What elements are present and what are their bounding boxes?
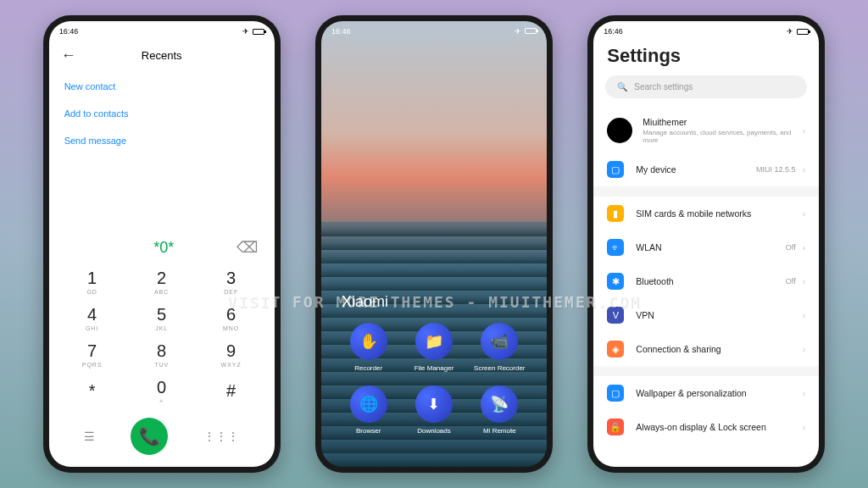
setting-icon: ᯤ <box>607 239 624 256</box>
send-message-link[interactable]: Send message <box>64 127 259 154</box>
settings-more: ▢Wallpaper & personalization›🔒Always-on … <box>593 376 819 444</box>
section-gap <box>593 366 819 376</box>
phone-settings: 16:46 ✈ Settings 🔍 Search settings Miuit… <box>587 15 825 473</box>
key-8[interactable]: 8TUV <box>127 336 197 373</box>
device-version: MIUI 12.5.5 <box>756 165 796 174</box>
status-icons: ✈ <box>515 27 537 36</box>
back-icon[interactable]: ← <box>61 47 76 64</box>
chevron-right-icon: › <box>803 276 806 286</box>
key-1[interactable]: 1GD <box>58 263 127 300</box>
key-9[interactable]: 9WXYZ <box>197 336 266 373</box>
app-icon: 📡 <box>481 385 518 423</box>
setting-label: Bluetooth <box>636 276 785 286</box>
app-icon: 🌐 <box>350 385 387 423</box>
status-bar: 16:46 ✈ <box>593 21 819 38</box>
setting-wallpaper-personalization[interactable]: ▢Wallpaper & personalization› <box>593 376 819 410</box>
setting-icon: 🔒 <box>607 419 624 435</box>
key-4[interactable]: 4GHI <box>58 300 127 336</box>
status-time: 16:46 <box>331 27 351 36</box>
setting-label: Always-on display & Lock screen <box>636 422 802 432</box>
backspace-icon[interactable]: ⌫ <box>236 238 258 257</box>
key-#[interactable]: # <box>197 373 266 409</box>
setting-label: WLAN <box>636 242 785 252</box>
setting-label: VPN <box>636 310 802 320</box>
my-device-row[interactable]: ▢ My device MIUI 12.5.5 › <box>593 152 819 186</box>
dialpad-icon[interactable]: ⋮⋮⋮ <box>203 430 239 443</box>
chevron-right-icon: › <box>803 344 806 354</box>
search-input[interactable]: 🔍 Search settings <box>605 75 807 98</box>
status-time: 16:46 <box>59 27 79 36</box>
key-3[interactable]: 3DEF <box>197 263 266 300</box>
call-button[interactable]: 📞 <box>131 418 168 455</box>
setting-value: Off <box>786 277 796 286</box>
setting-icon: ✱ <box>607 273 624 290</box>
brand-text: Xiaomi <box>342 293 535 311</box>
app-file-manager[interactable]: 📁File Manager <box>405 323 462 372</box>
status-bar: 16:46 ✈ <box>49 21 275 38</box>
new-contact-link[interactable]: New contact <box>64 73 259 100</box>
settings-title: Settings <box>593 38 819 75</box>
settings-screen: 16:46 ✈ Settings 🔍 Search settings Miuit… <box>593 21 819 467</box>
setting-icon: V <box>607 307 624 324</box>
dialer-input: *0* ⌫ <box>49 231 275 263</box>
key-0[interactable]: 0+ <box>127 373 197 409</box>
chevron-right-icon: › <box>803 164 806 175</box>
app-icon: 📁 <box>415 323 453 360</box>
chevron-right-icon: › <box>803 208 806 219</box>
key-*[interactable]: * <box>58 373 127 409</box>
setting-wlan[interactable]: ᯤWLANOff› <box>593 230 819 264</box>
app-downloads[interactable]: ⬇Downloads <box>405 385 462 435</box>
chevron-right-icon: › <box>803 125 806 136</box>
account-row[interactable]: Miuithemer Manage accounts, cloud servic… <box>593 108 819 152</box>
search-placeholder: Search settings <box>634 82 693 92</box>
setting-label: SIM cards & mobile networks <box>636 208 802 219</box>
app-label: Downloads <box>417 427 451 435</box>
app-icon: ⬇ <box>415 385 453 423</box>
setting-icon: ▢ <box>607 385 624 402</box>
setting-label: Connection & sharing <box>636 344 802 354</box>
key-7[interactable]: 7PQRS <box>58 336 127 373</box>
app-icon: ✋ <box>350 323 387 360</box>
app-recorder[interactable]: ✋Recorder <box>340 323 397 372</box>
status-time: 16:46 <box>604 27 623 36</box>
app-mi-remote[interactable]: 📡Mi Remote <box>471 385 528 435</box>
section-gap <box>593 186 819 197</box>
app-label: Browser <box>356 427 381 435</box>
status-icons: ✈ <box>242 27 264 36</box>
status-icons: ✈ <box>787 27 809 36</box>
key-5[interactable]: 5JKL <box>127 300 197 336</box>
keypad: 1GD2ABC3DEF4GHI5JKL6MNO7PQRS8TUV9WXYZ*0+… <box>49 263 275 409</box>
device-label: My device <box>636 164 756 175</box>
dialer-actions: New contact Add to contacts Send message <box>49 73 275 154</box>
app-browser[interactable]: 🌐Browser <box>340 385 397 435</box>
setting-bluetooth[interactable]: ✱BluetoothOff› <box>593 264 819 298</box>
setting-connection-sharing[interactable]: ◈Connection & sharing› <box>593 332 819 366</box>
dialer-header: ← Recents <box>49 38 275 73</box>
dialer-bottom: ☰ 📞 ⋮⋮⋮ <box>49 409 275 467</box>
setting-icon: ◈ <box>607 341 624 358</box>
account-sub: Manage accounts, cloud services, payment… <box>643 129 802 144</box>
add-to-contacts-link[interactable]: Add to contacts <box>64 100 259 127</box>
app-grid: ✋Recorder📁File Manager📹Screen Recorder🌐B… <box>333 323 535 455</box>
device-icon: ▢ <box>607 161 624 178</box>
key-6[interactable]: 6MNO <box>197 300 266 336</box>
settings-list: ▮SIM cards & mobile networks›ᯤWLANOff›✱B… <box>593 197 819 366</box>
avatar <box>607 118 632 143</box>
app-label: Screen Recorder <box>474 364 525 372</box>
setting-value: Off <box>786 243 796 252</box>
key-2[interactable]: 2ABC <box>127 263 197 300</box>
app-screen-recorder[interactable]: 📹Screen Recorder <box>471 323 528 372</box>
menu-icon[interactable]: ☰ <box>84 430 95 443</box>
setting-always-on-display-lock-screen[interactable]: 🔒Always-on display & Lock screen› <box>593 410 819 444</box>
app-label: Recorder <box>354 364 382 372</box>
home-screen: 16:46 ✈ Xiaomi ✋Recorder📁File Manager📹Sc… <box>321 21 547 467</box>
setting-icon: ▮ <box>607 205 624 222</box>
setting-vpn[interactable]: VVPN› <box>593 298 819 332</box>
chevron-right-icon: › <box>803 422 806 432</box>
setting-sim-cards-mobile-networks[interactable]: ▮SIM cards & mobile networks› <box>593 197 819 230</box>
chevron-right-icon: › <box>803 388 806 398</box>
chevron-right-icon: › <box>803 242 806 252</box>
app-label: Mi Remote <box>483 427 516 435</box>
chevron-right-icon: › <box>803 310 806 320</box>
status-bar: 16:46 ✈ <box>321 21 547 37</box>
